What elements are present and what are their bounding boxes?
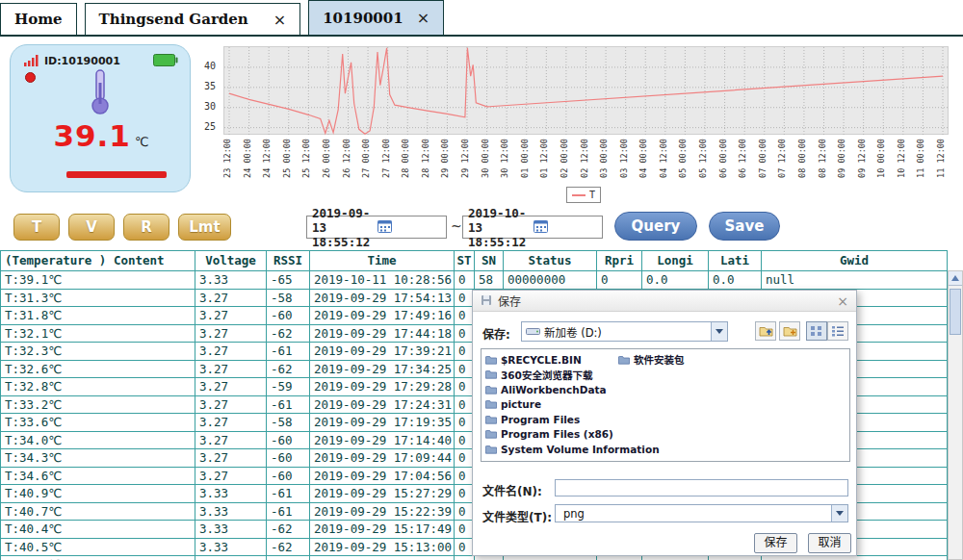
column-header[interactable]: SN: [475, 251, 504, 271]
date-from-input[interactable]: 2019-09-13 18:55:12: [306, 216, 447, 239]
up-folder-button[interactable]: [755, 321, 776, 341]
dialog-save-button[interactable]: 保存: [754, 533, 797, 553]
table-cell: -58: [267, 290, 310, 308]
tab-home[interactable]: Home: [0, 3, 77, 35]
mode-button-r[interactable]: R: [123, 214, 169, 241]
temperature-unit: ℃: [135, 135, 149, 149]
table-row[interactable]: T:40.6℃3.33-622019-09-29 15:08:100: [0, 556, 948, 560]
table-cell: T:31.3℃: [0, 290, 195, 308]
tab-thingsend-garden[interactable]: Thingsend Garden ×: [85, 3, 301, 35]
table-cell: 3.27: [195, 361, 267, 379]
dialog-title: 保存: [498, 293, 837, 309]
dropdown-arrow-icon[interactable]: [711, 322, 727, 341]
column-header[interactable]: RSSI: [267, 251, 310, 271]
table-cell: -62: [267, 539, 310, 557]
scroll-thumb[interactable]: [950, 289, 961, 335]
table-cell: -62: [267, 361, 310, 379]
query-button[interactable]: Query: [614, 212, 697, 241]
table-cell: -61: [267, 485, 310, 503]
legend-label: T: [589, 190, 595, 200]
file-list-item[interactable]: Program Files: [485, 412, 660, 427]
temperature-value: 39.1: [53, 118, 131, 153]
table-cell: -60: [267, 468, 310, 486]
x-axis-label: 25 00:00: [282, 139, 292, 178]
folder-icon: [485, 385, 497, 395]
scroll-up-button[interactable]: [949, 271, 962, 286]
x-axis-label: 03 00:00: [599, 139, 609, 178]
details-view-button[interactable]: [827, 321, 848, 341]
x-axis-label: 29 12:00: [460, 139, 470, 178]
mode-button-v[interactable]: V: [68, 214, 115, 241]
table-cell: 3.33: [195, 271, 267, 290]
tab-label: 10190001: [323, 10, 403, 27]
file-name-input[interactable]: [555, 479, 848, 496]
save-in-value: 新加卷 (D:): [544, 324, 711, 340]
tab-10190001[interactable]: 10190001 ×: [308, 0, 444, 35]
close-icon[interactable]: ×: [273, 11, 286, 29]
table-cell: 58: [475, 271, 504, 290]
file-list-item[interactable]: 360安全浏览器下载: [485, 368, 660, 383]
file-name: picture: [501, 398, 541, 410]
file-type-combobox[interactable]: png: [555, 504, 848, 522]
mode-button-lmt[interactable]: Lmt: [178, 214, 231, 241]
save-in-label: 保存:: [482, 325, 510, 342]
x-axis-label: 10 00:00: [876, 139, 886, 178]
x-axis-label: 06 12:00: [738, 139, 747, 178]
save-in-combobox[interactable]: 新加卷 (D:): [521, 321, 728, 342]
file-list-item[interactable]: AliWorkbenchData: [485, 382, 660, 397]
column-header[interactable]: Voltage: [195, 251, 267, 271]
file-name: Program Files (x86): [501, 428, 613, 440]
table-cell: 2019-09-29 15:13:00: [310, 539, 455, 557]
file-list-item[interactable]: picture: [485, 397, 660, 413]
x-axis-label: 06 00:00: [718, 139, 728, 178]
save-button[interactable]: Save: [709, 212, 780, 241]
file-list[interactable]: $RECYCLE.BIN360安全浏览器下载AliWorkbenchDatapi…: [481, 348, 850, 462]
column-header[interactable]: Status: [504, 251, 597, 271]
column-header[interactable]: ST: [455, 251, 475, 271]
x-axis-label: 08 12:00: [818, 139, 827, 178]
table-cell: 3.33: [195, 485, 267, 503]
file-list-item[interactable]: 软件安装包: [618, 352, 685, 368]
dropdown-arrow-icon[interactable]: [831, 505, 847, 522]
date-to-input[interactable]: 2019-10-13 18:55:12: [462, 216, 603, 239]
dialog-close-button[interactable]: ×: [837, 294, 848, 308]
table-cell: T:33.2℃: [0, 396, 195, 415]
column-header[interactable]: Rpri: [597, 251, 642, 271]
table-cell: 2019-09-29 17:04:56: [310, 468, 455, 486]
table-cell: 3.27: [195, 307, 267, 325]
new-folder-button[interactable]: [779, 321, 800, 341]
x-axis-label: 26 12:00: [342, 139, 351, 178]
file-list-item[interactable]: Program Files (x86): [485, 427, 660, 443]
table-cell: -62: [267, 521, 310, 539]
mode-button-t[interactable]: T: [13, 214, 60, 241]
chart-legend[interactable]: T: [566, 187, 601, 203]
table-cell: 2019-09-29 17:09:44: [310, 449, 455, 468]
table-cell: 2019-09-29 17:39:21: [310, 343, 455, 361]
table-cell: 3.33: [195, 539, 267, 557]
column-header[interactable]: Longi: [642, 251, 709, 271]
folder-icon: [485, 445, 497, 454]
dialog-title-bar[interactable]: 保存 ×: [473, 291, 856, 312]
file-name: $RECYCLE.BIN: [501, 354, 582, 366]
vertical-scrollbar[interactable]: [948, 270, 963, 560]
column-header[interactable]: Lati: [709, 251, 762, 271]
column-header[interactable]: (Temperature ) Content: [0, 251, 195, 271]
dialog-cancel-button[interactable]: 取消: [808, 533, 851, 553]
table-cell: [642, 556, 709, 560]
x-axis-label: 30 00:00: [481, 139, 490, 178]
column-header[interactable]: Gwid: [762, 251, 948, 271]
x-axis-label: 11 12:00: [936, 139, 946, 178]
table-cell: T:39.1℃: [0, 271, 195, 290]
file-name: 360安全浏览器下载: [501, 368, 592, 382]
device-card: ID:10190001 39.1℃: [10, 44, 191, 192]
temperature-readout: 39.1℃: [11, 118, 192, 153]
file-list-item[interactable]: System Volume Information: [485, 442, 660, 457]
column-header[interactable]: Time: [310, 251, 455, 271]
calendar-icon[interactable]: [534, 219, 599, 236]
table-row[interactable]: T:39.1℃3.33-652019-10-11 10:28:560580000…: [0, 271, 948, 290]
calendar-icon[interactable]: [377, 219, 443, 236]
table-cell: [475, 556, 504, 560]
list-view-button[interactable]: [806, 321, 827, 341]
x-axis-label: 26 00:00: [322, 139, 331, 178]
close-icon[interactable]: ×: [417, 9, 429, 27]
